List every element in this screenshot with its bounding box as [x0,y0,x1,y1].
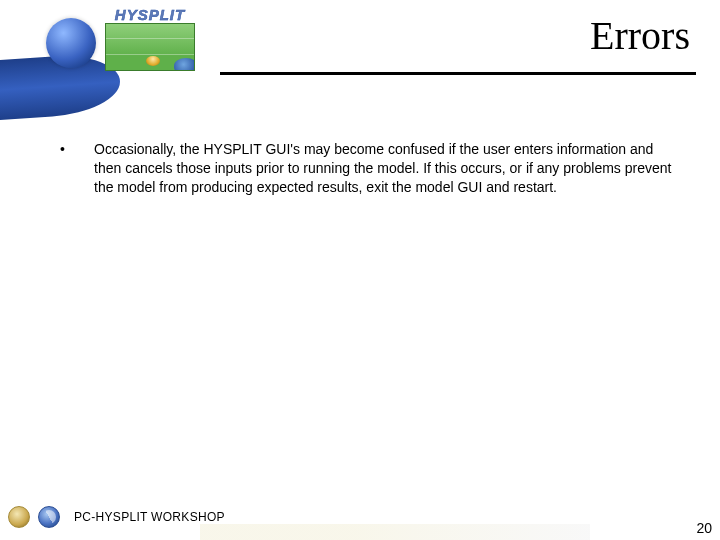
title-underline [220,72,696,75]
noaa-globe-icon [46,18,96,68]
hysplit-logo: HYSPLIT [100,6,200,71]
slide-content: • Occasionally, the HYSPLIT GUI's may be… [60,140,680,197]
slide-header: HYSPLIT Errors [0,0,720,92]
footer-workshop-label: PC-HYSPLIT WORKSHOP [74,510,225,524]
bullet-marker: • [60,140,70,159]
slide-title: Errors [590,12,690,59]
page-number: 20 [696,520,712,536]
bullet-item: • Occasionally, the HYSPLIT GUI's may be… [60,140,680,197]
bullet-text: Occasionally, the HYSPLIT GUI's may beco… [94,140,680,197]
noaa-seal-icon [38,506,60,528]
hysplit-marker-icon [146,56,160,66]
slide-footer: PC-HYSPLIT WORKSHOP [0,502,720,532]
doc-seal-icon [8,506,30,528]
product-name: HYSPLIT [100,6,200,23]
hysplit-puff-icon [174,58,195,71]
hysplit-map-icon [105,23,195,71]
